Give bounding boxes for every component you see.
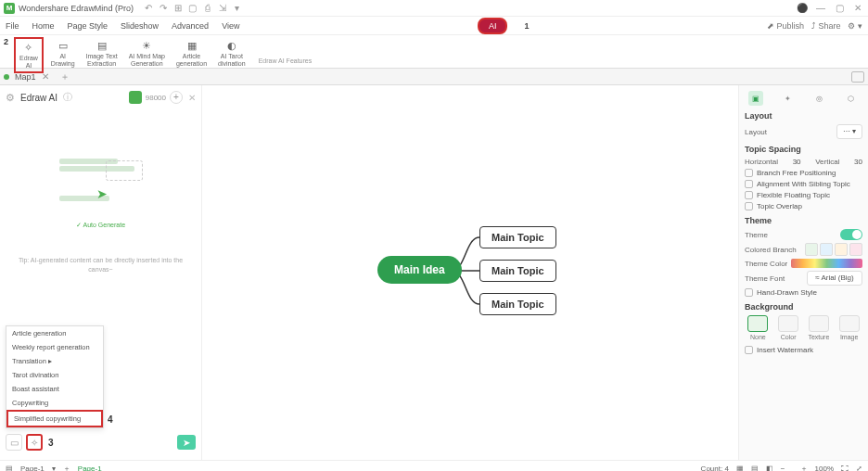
ribbon-ai-mind-map-generation[interactable]: ☀AI Mind Map Generation — [125, 37, 169, 73]
ribbon-ai-drawing[interactable]: ▭AI Drawing — [47, 37, 79, 73]
format-tab-more-icon[interactable]: ⬡ — [844, 91, 859, 106]
tab-close-icon[interactable]: ✕ — [42, 71, 49, 82]
ai-send-button[interactable]: ➤ — [177, 435, 196, 450]
add-tokens-button[interactable]: + — [170, 91, 183, 104]
ai-menu-tarot-divination[interactable]: Tarot divination — [6, 368, 103, 382]
ai-menu-copywriting[interactable]: Copywriting — [6, 396, 103, 410]
swatch-2[interactable] — [820, 243, 833, 256]
fullscreen-icon[interactable]: ⤢ — [856, 465, 862, 471]
bg-option-none[interactable]: None — [745, 315, 772, 340]
minimize-icon[interactable]: — — [814, 3, 827, 13]
callout-2: 2 — [4, 37, 8, 46]
topic-node-1[interactable]: Main Topic — [479, 226, 556, 248]
redo-icon[interactable]: ↷ — [158, 3, 169, 14]
chk-branch-free[interactable] — [745, 169, 753, 177]
topic-node-2[interactable]: Main Topic — [479, 260, 556, 282]
zoom-out-icon[interactable]: − — [781, 465, 785, 471]
swatch-1[interactable] — [805, 243, 818, 256]
swatch-3[interactable] — [835, 243, 848, 256]
theme-label: Theme — [745, 231, 768, 239]
panel-toggle-icon[interactable] — [851, 71, 864, 83]
section-background: Background — [745, 302, 862, 312]
main-idea-node[interactable]: Main Idea — [377, 256, 462, 284]
info-icon[interactable]: ⓘ — [63, 91, 72, 104]
account-icon[interactable]: ⚫ — [796, 3, 809, 13]
new-icon[interactable]: ⊞ — [172, 3, 184, 14]
share-button[interactable]: ⤴ Share — [811, 21, 841, 31]
ribbon-icon: ▭ — [56, 39, 70, 52]
bg-option-color[interactable]: Color — [775, 315, 802, 340]
bg-thumb-icon — [809, 315, 829, 332]
vertical-label: Vertical — [815, 158, 839, 166]
format-tab-topic-icon[interactable]: ◎ — [812, 91, 827, 106]
chk-overlap[interactable] — [745, 202, 753, 210]
layout-select[interactable]: ⋯ ▾ — [836, 124, 862, 139]
open-icon[interactable]: ▢ — [187, 3, 198, 14]
document-tab[interactable]: Map1 — [15, 72, 36, 82]
page-name[interactable]: Page-1 — [20, 465, 45, 471]
bg-option-image[interactable]: Image — [836, 315, 862, 340]
qat-more-icon[interactable]: ▾ — [232, 3, 243, 14]
ai-mode-1-button[interactable]: ▭ — [6, 434, 22, 451]
menu-slideshow[interactable]: Slideshow — [121, 21, 159, 31]
menu-view[interactable]: View — [222, 21, 239, 31]
page-menu-icon[interactable]: ▤ — [6, 465, 13, 471]
ai-panel-close-icon[interactable]: ✕ — [188, 93, 196, 103]
ribbon-label: Image Text Extraction — [86, 53, 118, 68]
ribbon-image-text-extraction[interactable]: ▤Image Text Extraction — [83, 37, 121, 73]
zoom-in-icon[interactable]: ＋ — [800, 464, 808, 471]
ribbon-article-generation[interactable]: ▦Article generation — [172, 37, 211, 73]
canvas[interactable]: Main Idea Main Topic Main Topic Main Top… — [202, 85, 738, 460]
view-3-icon[interactable]: ◧ — [766, 465, 773, 471]
ai-menu-article-generation[interactable]: Article generation — [6, 326, 103, 340]
publish-button[interactable]: ⬈ Publish — [767, 21, 804, 31]
ai-settings-icon[interactable]: ⚙ — [6, 92, 15, 104]
menu-file[interactable]: File — [6, 21, 19, 31]
menu-advanced[interactable]: Advanced — [172, 21, 209, 31]
format-tab-effect-icon[interactable]: ✦ — [780, 91, 795, 106]
token-badge-icon — [129, 91, 142, 104]
menu-home[interactable]: Home — [32, 21, 55, 31]
theme-font-select[interactable]: ≈ Arial (Big) — [807, 271, 862, 286]
view-2-icon[interactable]: ▤ — [751, 465, 759, 471]
page-dropdown-icon[interactable]: ▾ — [52, 465, 56, 471]
topic-node-3[interactable]: Main Topic — [479, 293, 556, 315]
menu-page-style[interactable]: Page Style — [68, 21, 108, 31]
chk-alignment[interactable] — [745, 180, 753, 188]
chk-watermark-label: Insert Watermark — [757, 346, 813, 354]
undo-icon[interactable]: ↶ — [143, 3, 154, 14]
section-spacing: Topic Spacing — [745, 145, 862, 154]
ai-menu-boast-assistant[interactable]: Boast assistant — [6, 382, 103, 396]
export-icon[interactable]: ⇲ — [217, 3, 228, 14]
horizontal-label: Horizontal — [745, 158, 778, 166]
bg-option-texture[interactable]: Texture — [806, 315, 833, 340]
theme-toggle[interactable] — [840, 229, 862, 240]
ai-menu-translation[interactable]: Translation ▸ — [6, 354, 103, 368]
chk-watermark[interactable] — [745, 346, 753, 354]
theme-color-picker[interactable] — [791, 259, 862, 268]
zoom-value[interactable]: 100% — [815, 465, 834, 471]
ribbon-features-label: Edraw AI Features — [259, 57, 313, 66]
horizontal-value[interactable]: 30 — [793, 158, 801, 166]
maximize-icon[interactable]: ▢ — [833, 3, 846, 13]
ai-menu-weekly-report-generation[interactable]: Weekly report generation — [6, 340, 103, 354]
chk-hand-drawn[interactable] — [745, 288, 753, 297]
page-add-icon[interactable]: ＋ — [63, 464, 70, 471]
swatch-4[interactable] — [849, 243, 862, 256]
tab-add-icon[interactable]: ＋ — [60, 70, 70, 83]
options-button[interactable]: ⚙ ▾ — [848, 21, 862, 31]
vertical-value[interactable]: 30 — [854, 158, 862, 166]
ribbon-edraw-ai[interactable]: ✧Edraw AI — [14, 37, 44, 73]
ai-mode-2-button[interactable]: ✧ — [26, 434, 43, 451]
close-window-icon[interactable]: ✕ — [851, 3, 864, 13]
format-tab-style-icon[interactable]: ▣ — [748, 91, 763, 106]
ribbon-label: Edraw AI — [19, 55, 38, 70]
print-icon[interactable]: ⎙ — [202, 3, 213, 14]
chk-flexible[interactable] — [745, 191, 753, 199]
chk-flexible-label: Flexible Floating Topic — [757, 191, 830, 199]
menu-ai[interactable]: AI — [478, 18, 508, 34]
ai-menu-simplified-copywriting[interactable]: Simplified copywriting — [6, 410, 103, 427]
ribbon-ai-tarot-divination[interactable]: ◐AI Tarot divination — [214, 37, 249, 73]
fit-icon[interactable]: ⛶ — [841, 465, 849, 471]
view-1-icon[interactable]: ▦ — [736, 465, 744, 471]
